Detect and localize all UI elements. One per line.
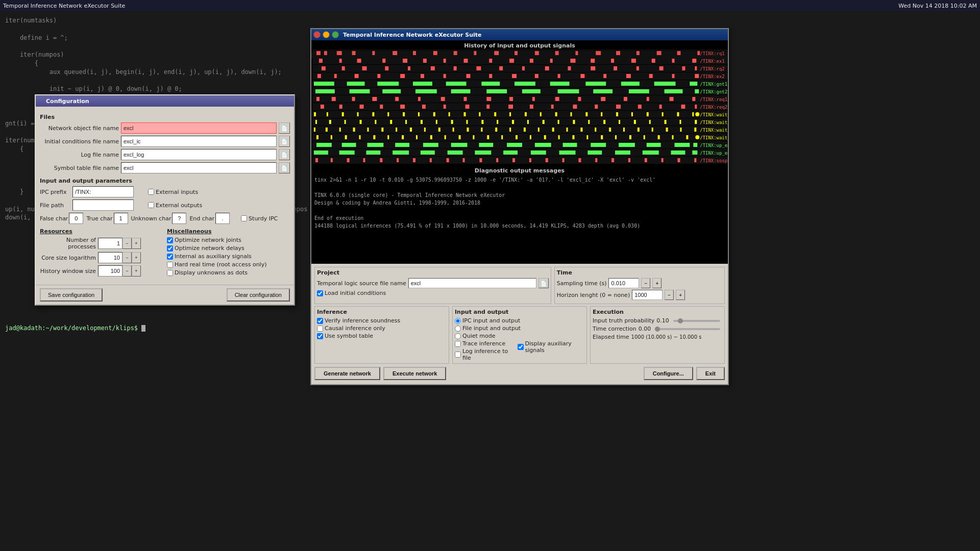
- file-path-input[interactable]: [72, 199, 134, 211]
- ic-file-input[interactable]: [121, 136, 277, 147]
- inference-panel: Inference Verify inference soundness Cau…: [314, 306, 449, 364]
- svg-rect-292: [366, 151, 380, 155]
- svg-rect-327: [645, 158, 647, 162]
- network-file-input[interactable]: [121, 122, 277, 134]
- log-file-input[interactable]: [121, 149, 277, 160]
- num-processes-incr[interactable]: +: [132, 238, 141, 249]
- sampling-time-decr[interactable]: −: [641, 278, 650, 288]
- use-symbol-table-label: Use symbol table: [325, 333, 373, 339]
- trace-inference-checkbox[interactable]: [455, 341, 461, 347]
- num-processes-row: Number of processes − +: [40, 237, 163, 250]
- tinx-max-btn[interactable]: [332, 31, 339, 38]
- log-to-file-checkbox[interactable]: [455, 352, 461, 358]
- display-aux-checkbox[interactable]: [518, 344, 524, 350]
- use-symbol-table-checkbox[interactable]: [317, 333, 323, 339]
- opt-delays-row: Optimize network delays: [167, 245, 290, 252]
- source-file-browse-btn[interactable]: 📄: [538, 278, 549, 288]
- external-inputs-checkbox-row[interactable]: External inputs: [148, 189, 198, 195]
- symbol-file-browse-btn[interactable]: 📄: [279, 162, 290, 173]
- external-inputs-checkbox[interactable]: [148, 189, 154, 195]
- ipc-prefix-input[interactable]: [72, 186, 134, 197]
- causal-only-checkbox[interactable]: [317, 325, 323, 332]
- svg-rect-201: [558, 120, 559, 124]
- load-ic-checkbox[interactable]: [317, 290, 323, 296]
- hard-realtime-checkbox[interactable]: [167, 262, 173, 268]
- unknown-char-input[interactable]: [172, 213, 186, 224]
- configure-btn[interactable]: Configure...: [644, 367, 693, 380]
- svg-rect-225: [481, 128, 482, 132]
- svg-rect-19: [616, 51, 620, 55]
- svg-rect-106: [486, 89, 507, 93]
- svg-rect-74: [467, 74, 471, 78]
- svg-text:/TINX:ex1: /TINX:ex1: [700, 59, 724, 64]
- display-unknowns-row: Display unknowns as dots: [167, 269, 290, 276]
- svg-rect-192: [421, 120, 423, 124]
- svg-rect-28: [357, 59, 361, 63]
- svg-rect-42: [652, 59, 655, 63]
- display-unknowns-checkbox[interactable]: [167, 270, 173, 276]
- svg-rect-311: [380, 158, 382, 162]
- true-char-input[interactable]: [114, 213, 128, 224]
- history-window-decr[interactable]: −: [122, 265, 132, 277]
- core-size-decr[interactable]: −: [122, 252, 132, 263]
- symbol-file-input[interactable]: [121, 162, 277, 173]
- term-line-1: iter(numtasks): [5, 16, 975, 25]
- svg-rect-148: [595, 105, 598, 109]
- horizon-incr[interactable]: +: [676, 290, 685, 300]
- horizon-decr[interactable]: −: [665, 290, 674, 300]
- sampling-time-incr[interactable]: +: [652, 278, 662, 288]
- tinx-min-btn[interactable]: [323, 31, 330, 38]
- ipc-radio[interactable]: [455, 318, 461, 324]
- core-size-incr[interactable]: +: [132, 252, 141, 263]
- log-file-browse-btn[interactable]: 📄: [279, 149, 290, 160]
- file-label: File input and output: [462, 325, 521, 332]
- clear-config-btn[interactable]: Clear configuration: [227, 288, 290, 302]
- network-file-browse-btn[interactable]: 📄: [279, 122, 290, 134]
- history-window-incr[interactable]: +: [132, 265, 141, 277]
- svg-rect-213: [314, 128, 315, 132]
- tinx-close-btn[interactable]: [313, 31, 321, 38]
- svg-rect-134: [312, 103, 728, 110]
- time-correction-slider-thumb[interactable]: [655, 327, 660, 332]
- num-processes-decr[interactable]: −: [122, 238, 132, 249]
- svg-rect-94: [550, 82, 570, 86]
- internal-aux-checkbox[interactable]: [167, 254, 173, 260]
- ic-file-browse-btn[interactable]: 📄: [279, 136, 290, 147]
- exit-btn[interactable]: Exit: [696, 367, 725, 380]
- source-file-input[interactable]: [408, 278, 536, 288]
- core-size-input[interactable]: [98, 252, 122, 263]
- sampling-time-input[interactable]: [608, 278, 639, 288]
- tinx-window: Temporal Inference Network eXecutor Suit…: [310, 28, 729, 385]
- horizon-input[interactable]: [632, 290, 663, 300]
- history-window-input[interactable]: [98, 265, 122, 277]
- log-file-row: Log file name 📄: [40, 149, 290, 160]
- svg-rect-96: [621, 82, 640, 86]
- external-outputs-checkbox[interactable]: [148, 202, 154, 208]
- verify-soundness-checkbox[interactable]: [317, 318, 323, 324]
- svg-rect-54: [476, 66, 481, 70]
- end-char-input[interactable]: [215, 213, 230, 224]
- svg-rect-268: [672, 135, 674, 139]
- save-config-btn[interactable]: Save configuration: [40, 288, 103, 302]
- svg-rect-127: [578, 97, 581, 101]
- truth-prob-slider-thumb[interactable]: [678, 318, 683, 323]
- svg-rect-22: [677, 51, 680, 55]
- svg-rect-254: [473, 135, 474, 139]
- svg-rect-233: [595, 128, 596, 132]
- generate-network-btn[interactable]: Generate network: [314, 367, 380, 380]
- svg-rect-103: [382, 89, 401, 93]
- opt-delays-checkbox[interactable]: [167, 245, 173, 252]
- false-char-input[interactable]: [69, 213, 83, 224]
- execution-label: Execution: [593, 309, 722, 315]
- file-radio[interactable]: [455, 325, 461, 332]
- quiet-radio[interactable]: [455, 333, 461, 339]
- misc-label: Miscellaneous: [167, 228, 290, 235]
- num-processes-input[interactable]: [98, 238, 122, 249]
- sturdy-ipc-checkbox[interactable]: [241, 215, 247, 221]
- svg-rect-228: [524, 128, 526, 132]
- sturdy-ipc-row[interactable]: Sturdy IPC: [241, 215, 278, 222]
- opt-joints-checkbox[interactable]: [167, 237, 173, 243]
- external-outputs-checkbox-row[interactable]: External outputs: [148, 202, 202, 209]
- execute-network-btn[interactable]: Execute network: [383, 367, 446, 380]
- display-unknowns-label: Display unknowns as dots: [175, 269, 248, 276]
